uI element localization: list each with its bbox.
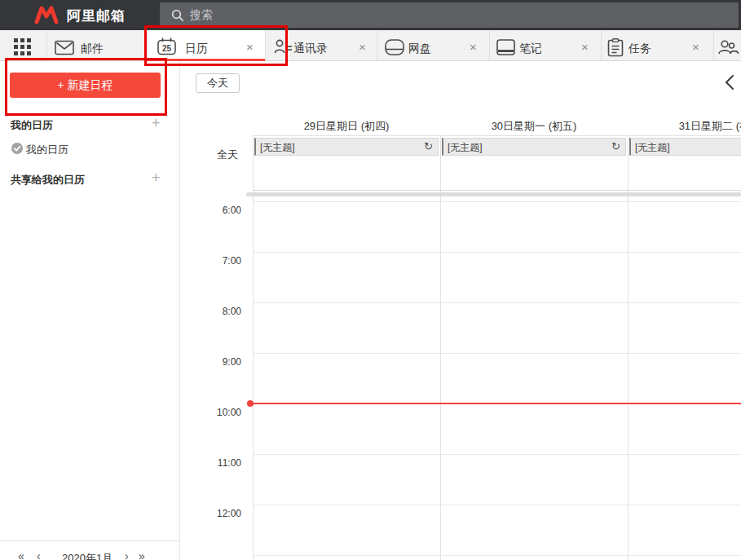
hour-line xyxy=(253,454,741,455)
column-border xyxy=(628,135,629,560)
search-icon xyxy=(171,9,184,22)
mail-envelope-icon xyxy=(55,40,74,55)
close-icon[interactable]: × xyxy=(470,40,477,54)
next-year-icon[interactable]: » xyxy=(139,549,145,560)
hour-label: 8:00 xyxy=(204,306,241,317)
current-time-line xyxy=(253,403,741,404)
tab-mail[interactable]: 邮件 xyxy=(81,42,104,56)
people-overflow-icon[interactable] xyxy=(717,39,739,55)
tab-netdisk[interactable]: 网盘 xyxy=(408,42,431,56)
close-icon[interactable]: × xyxy=(692,40,699,54)
tab-notes[interactable]: 笔记 xyxy=(519,42,542,56)
day-header-sun: 29日星期日 (初四) xyxy=(253,119,440,134)
tab-tasks[interactable]: 任务 xyxy=(629,42,651,56)
tab-divider xyxy=(489,31,490,60)
alimail-logo-icon xyxy=(33,5,60,25)
tab-divider xyxy=(601,31,602,60)
repeat-icon: ↻ xyxy=(424,140,433,152)
alimail-calendar-window: 阿里邮箱 搜索 邮件 25 日历 × xyxy=(0,0,741,560)
hour-line xyxy=(253,555,741,556)
hour-line xyxy=(253,505,741,505)
shared-calendars-header: 共享给我的日历 xyxy=(11,173,85,187)
apps-grid-icon[interactable] xyxy=(14,38,31,55)
search-input[interactable]: 搜索 xyxy=(160,2,739,28)
close-icon[interactable]: × xyxy=(359,40,366,54)
add-shared-calendar-icon[interactable]: + xyxy=(152,170,161,187)
hour-label: 9:00 xyxy=(204,356,241,368)
column-border xyxy=(253,135,254,560)
tab-divider xyxy=(46,31,47,60)
allday-event-chip[interactable]: [无主题] ↻ xyxy=(629,138,741,156)
current-time-dot xyxy=(247,400,254,407)
day-header-mon: 30日星期一 (初五) xyxy=(440,119,628,134)
hour-line xyxy=(253,252,741,253)
my-calendar-label: 我的日历 xyxy=(26,143,68,157)
tab-divider xyxy=(713,31,714,60)
hour-line xyxy=(253,302,741,303)
calendar-checked-icon[interactable] xyxy=(11,143,23,154)
allday-top-border xyxy=(253,135,741,136)
column-border xyxy=(440,135,441,560)
hour-label: 7:00 xyxy=(204,255,241,267)
allday-bottom-border xyxy=(253,190,741,191)
search-placeholder: 搜索 xyxy=(190,8,213,23)
sidebar-item-my-calendar[interactable]: 我的日历 xyxy=(0,141,179,159)
tab-divider xyxy=(377,31,377,60)
event-title: [无主题] xyxy=(635,141,670,155)
minical-month-label: 2020年1月 xyxy=(62,551,112,560)
next-month-icon[interactable]: › xyxy=(125,549,129,560)
event-title: [无主题] xyxy=(260,141,295,155)
today-button[interactable]: 今天 xyxy=(196,73,240,93)
hour-label: 12:00 xyxy=(204,508,241,519)
allday-event-chip[interactable]: [无主题] ↻ xyxy=(442,138,626,156)
hour-label: 6:00 xyxy=(204,205,241,216)
brand-title: 阿里邮箱 xyxy=(67,7,126,25)
prev-month-icon[interactable]: ‹ xyxy=(37,549,41,560)
day-header-tue: 31日星期二 (初六) xyxy=(628,119,741,134)
sidebar-divider xyxy=(179,61,180,560)
repeat-icon: ↻ xyxy=(611,140,620,152)
sidebar-footer-divider xyxy=(0,540,179,541)
chevron-left-icon[interactable] xyxy=(724,74,735,90)
my-calendars-header: 我的日历 xyxy=(11,118,53,133)
close-icon[interactable]: × xyxy=(581,40,589,54)
prev-year-icon[interactable]: « xyxy=(18,549,24,560)
add-calendar-icon[interactable]: + xyxy=(152,115,161,132)
all-day-label: 全天 xyxy=(217,148,238,162)
hour-line xyxy=(253,353,741,354)
tasks-clipboard-icon xyxy=(607,38,624,57)
tab-contacts[interactable]: 通讯录 xyxy=(293,42,328,56)
notes-icon xyxy=(496,39,515,55)
hour-label: 10:00 xyxy=(204,407,241,418)
allday-event-chip[interactable]: [无主题] ↻ xyxy=(254,138,439,156)
netdisk-drive-icon xyxy=(385,39,404,55)
hour-label: 11:00 xyxy=(204,457,241,469)
annotation-box-new-event-button xyxy=(5,58,167,116)
horizontal-scrollbar[interactable] xyxy=(246,192,741,196)
hour-line xyxy=(253,201,741,202)
event-title: [无主题] xyxy=(448,141,483,155)
